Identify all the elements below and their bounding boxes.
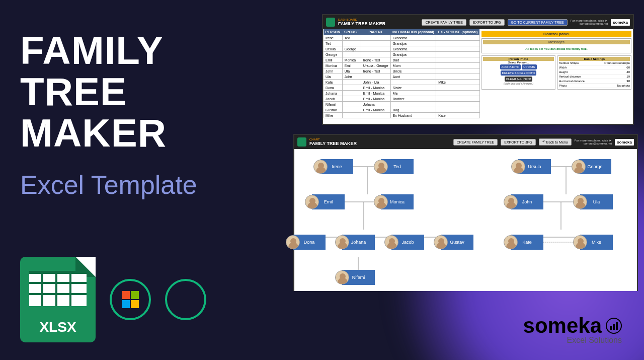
someka-badge: someka (611, 19, 630, 26)
messages-head: Messages (483, 40, 630, 44)
table-row[interactable]: JohnUlaIrene - TedUncle (324, 68, 480, 74)
setting-row[interactable]: Width60 (559, 65, 630, 70)
col-head: PERSON (324, 29, 343, 35)
settings-head: Basic Settings (559, 57, 630, 61)
col-head: SPOUSE (342, 29, 361, 35)
avatar (313, 160, 328, 174)
apple-icon (165, 279, 206, 320)
create-tree-button[interactable]: CREATE FAMILY TREE (422, 19, 466, 26)
setting-row[interactable]: Horizontal distance38 (559, 79, 630, 84)
table-row[interactable]: UlaJohnAunt (324, 74, 480, 80)
family-data-table[interactable]: PERSONSPOUSEPARENTINFORMATION (optional)… (323, 29, 480, 118)
table-row[interactable]: IreneTedGrandma (324, 35, 480, 41)
clear-all-button[interactable]: CLEAR ALL INFO! (505, 77, 532, 82)
photo-section-head: Person Photo (483, 57, 554, 61)
add-photo-button[interactable]: ADD PHOTO (500, 64, 521, 69)
create-tree-button[interactable]: CREATE FAMILY TREE (453, 139, 498, 146)
export-jpg-button[interactable]: EXPORT TO JPG (469, 19, 505, 26)
avatar (374, 195, 388, 209)
table-row[interactable]: DonaEmil - MonicaSister (324, 85, 480, 91)
title-line: MAKER (20, 113, 167, 154)
table-row[interactable]: KateJohn - UlaMike (324, 80, 480, 85)
avatar (286, 235, 300, 249)
clear-all-sub: (table data and all images) (483, 82, 554, 85)
avatar (511, 160, 525, 174)
setting-row[interactable]: PhotoTop photo (559, 84, 630, 88)
title-line: FAMILY (20, 30, 167, 71)
avatar (504, 195, 518, 209)
table-row[interactable]: TedGrandpa (324, 41, 480, 46)
avatar (335, 270, 349, 284)
avatar (573, 195, 587, 209)
windows-icon (110, 279, 151, 320)
contact-link[interactable]: contact@someka.net (571, 22, 608, 25)
avatar (434, 235, 448, 249)
col-head: EX - SPOUSE (optional) (436, 29, 480, 35)
avatar (572, 160, 586, 174)
title-line: TREE (20, 71, 167, 113)
setting-row[interactable]: Textbox ShapeRounded rectangle (559, 61, 630, 65)
brand-name: someka (523, 314, 602, 338)
table-row[interactable]: MikeEx-HusbandKate (324, 113, 480, 118)
avatar (384, 235, 398, 249)
back-icon: ↶ (542, 140, 545, 144)
app-icon (326, 18, 335, 27)
xlsx-label: XLSX (20, 319, 96, 335)
someka-logo: someka Excel Solutions (523, 314, 622, 345)
main-title: FAMILY TREE MAKER (20, 30, 167, 154)
table-row[interactable]: GeorgeGrandpa (324, 52, 480, 57)
control-panel-title: Control panel (481, 31, 631, 37)
chart-screenshot: CHART FAMILY TREE MAKER CREATE FAMILY TR… (293, 134, 638, 291)
setting-row[interactable]: Vertical distance19 (559, 75, 630, 79)
export-jpg-button[interactable]: EXPORT TO JPG (501, 139, 536, 146)
col-head: INFORMATION (optional) (390, 29, 436, 35)
someka-badge: someka (615, 139, 634, 146)
table-row[interactable]: NifemiJohana (324, 102, 480, 107)
setting-row[interactable]: Height40 (559, 70, 630, 75)
back-button[interactable]: ↶Back to Menu (539, 138, 572, 146)
messages-text: All looks ok! You can create the family … (483, 47, 630, 50)
col-head: PARENT (361, 29, 390, 35)
avatar (573, 235, 587, 249)
goto-tree-button[interactable]: GO TO CURRENT FAMILY TREE (508, 19, 568, 26)
table-row[interactable]: JohanaEmil - MonicaMe (324, 91, 480, 96)
xlsx-file-icon: XLSX (20, 257, 96, 342)
chart-icon (606, 318, 622, 334)
app-title: FAMILY TREE MAKER (338, 21, 385, 26)
avatar (305, 195, 319, 209)
avatar (374, 160, 388, 174)
table-row[interactable]: JacobEmil - MonicaBrother (324, 96, 480, 102)
delete-photo-button[interactable]: DELETE SINGLE POTO (501, 70, 537, 76)
update-button[interactable]: UPDATE (522, 64, 537, 69)
table-row[interactable]: UrsulaGeorgeGrandma (324, 46, 480, 52)
subtitle: Excel Template (20, 170, 197, 200)
contact-link[interactable]: contact@someka.net (575, 142, 612, 145)
app-title: FAMILY TREE MAKER (309, 141, 357, 146)
dashboard-screenshot: DASHBOARD FAMILY TREE MAKER CREATE FAMIL… (322, 14, 634, 125)
app-icon (297, 137, 306, 147)
table-row[interactable]: MonicaEmilUrsula - GeorgeMom (324, 63, 480, 68)
table-row[interactable]: EmilMonicaIrene - TedDad (324, 57, 480, 63)
avatar (504, 235, 518, 249)
avatar (335, 235, 349, 249)
table-row[interactable]: GustavEmil - MonicaDog (324, 107, 480, 113)
